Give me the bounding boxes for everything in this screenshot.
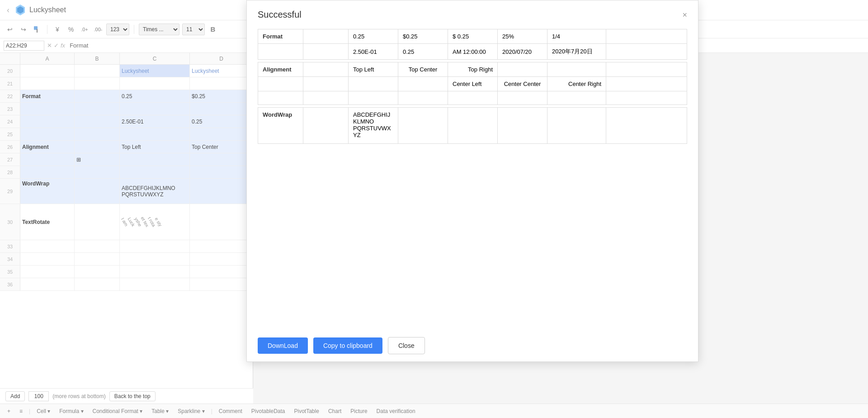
modal-footer: DownLoad Copy to clipboard Close	[247, 330, 698, 361]
cell-align-centercenter: Center Center	[498, 77, 547, 91]
modal-body: Format 0.25 $0.25 $ 0.25 25% 1/4 2.50E-0…	[247, 24, 698, 330]
table-row	[258, 91, 687, 105]
cell-format-025b: 0.25	[398, 44, 448, 60]
modal-data-table: Format 0.25 $0.25 $ 0.25 25% 1/4 2.50E-0…	[258, 29, 687, 144]
cell-format-time: AM 12:00:00	[448, 44, 498, 60]
cell-format-empty2	[258, 44, 303, 60]
cell-align-topright: Top Right	[448, 62, 498, 77]
cell-ww-empty5	[547, 108, 606, 144]
cell-ww-empty2	[398, 108, 448, 144]
table-row: 2.50E-01 0.25 AM 12:00:00 2020/07/20 202…	[258, 44, 687, 60]
cell-ww-extra	[606, 108, 687, 144]
cell-format-empty3	[303, 44, 349, 60]
cell-format-spacedollar: $ 0.25	[448, 29, 498, 44]
cell-align-extra	[606, 62, 687, 77]
cell-align-centerleft: Center Left	[448, 77, 498, 91]
cell-format-date2: 2020年7月20日	[547, 44, 606, 60]
cell-align-empty1	[303, 62, 349, 77]
cell-ww-empty1	[303, 108, 349, 144]
cell-align-empty14	[547, 91, 606, 105]
modal-close-button[interactable]: ×	[682, 11, 687, 19]
cell-align-empty4	[258, 77, 303, 91]
cell-format-empty1	[303, 29, 349, 44]
success-modal: Successful × Format 0.25 $0.25 $ 0.25 25…	[246, 0, 698, 362]
close-button[interactable]: Close	[388, 337, 425, 354]
table-row: Alignment Top Left Top Center Top Right	[258, 62, 687, 77]
cell-align-empty3	[547, 62, 606, 77]
cell-format-025: 0.25	[349, 29, 398, 44]
cell-align-empty6	[349, 77, 398, 91]
cell-ww-empty3	[448, 108, 498, 144]
table-row: WordWrap ABCDEFGHIJKLMNO PQRSTUVWXYZ	[258, 108, 687, 144]
cell-align-centerright: Center Right	[547, 77, 606, 91]
cell-format-extra2	[606, 44, 687, 60]
cell-align-topleft: Top Left	[349, 62, 398, 77]
cell-align-empty10	[349, 91, 398, 105]
cell-align-empty11	[398, 91, 448, 105]
cell-align-empty13	[498, 91, 547, 105]
table-row: Format 0.25 $0.25 $ 0.25 25% 1/4	[258, 29, 687, 44]
wordwrap-label: WordWrap	[258, 108, 303, 144]
cell-format-exp: 2.50E-01	[349, 44, 398, 60]
cell-format-percent: 25%	[498, 29, 547, 44]
cell-ww-empty4	[498, 108, 547, 144]
cell-align-topcenter: Top Center	[398, 62, 448, 77]
cell-align-empty12	[448, 91, 498, 105]
alignment-label: Alignment	[258, 62, 303, 77]
modal-title: Successful	[258, 10, 302, 20]
cell-ww-text: ABCDEFGHIJKLMNO PQRSTUVWXYZ	[349, 108, 398, 144]
download-button[interactable]: DownLoad	[258, 337, 308, 354]
cell-format-fraction: 1/4	[547, 29, 606, 44]
copy-clipboard-button[interactable]: Copy to clipboard	[313, 337, 382, 354]
cell-align-extra2	[606, 77, 687, 91]
cell-align-extra3	[606, 91, 687, 105]
cell-align-empty2	[498, 62, 547, 77]
cell-format-extra	[606, 29, 687, 44]
cell-align-empty5	[303, 77, 349, 91]
format-label: Format	[258, 29, 303, 44]
cell-align-empty8	[258, 91, 303, 105]
cell-format-dollar025: $0.25	[398, 29, 448, 44]
table-row: Center Left Center Center Center Right	[258, 77, 687, 91]
modal-header: Successful ×	[247, 0, 698, 24]
cell-align-empty9	[303, 91, 349, 105]
cell-format-date1: 2020/07/20	[498, 44, 547, 60]
cell-align-empty7	[398, 77, 448, 91]
